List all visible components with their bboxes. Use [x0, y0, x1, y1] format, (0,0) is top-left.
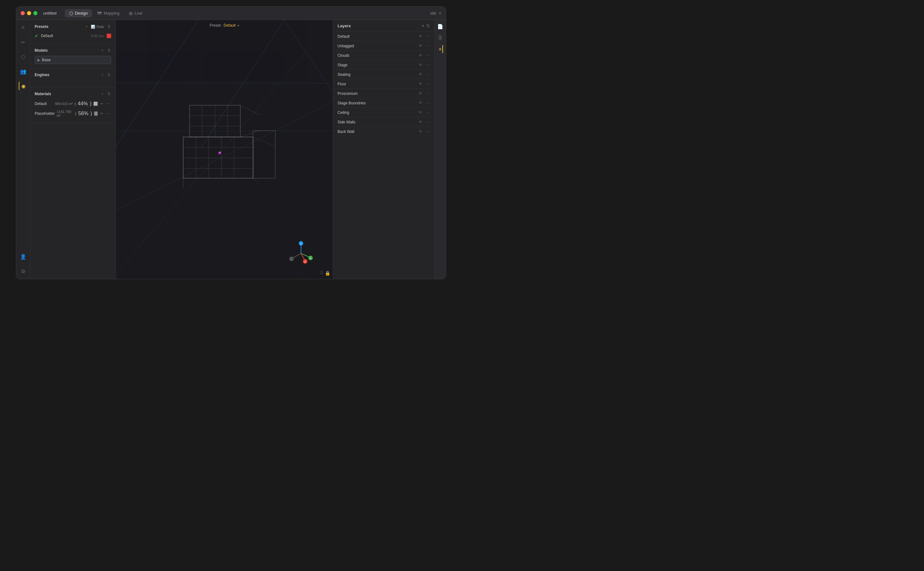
eye-icon[interactable]: 👁	[418, 82, 423, 86]
layer-more-button[interactable]: ⋯	[425, 100, 430, 105]
close-button[interactable]	[21, 11, 25, 15]
model-base-name: Base	[42, 58, 51, 62]
sidebar-icon-settings[interactable]: ⚙	[19, 267, 28, 276]
left-panel: Presets + 📊 Stats ⇅ ✔ Default 0.00 sec	[30, 20, 116, 279]
layer-more-button[interactable]: ⋯	[425, 43, 430, 48]
models-header: Models + ⇅	[35, 48, 111, 53]
engines-sort-button[interactable]: ⇅	[107, 72, 111, 78]
preset-dropdown-icon[interactable]: ▾	[237, 24, 239, 27]
eye-icon[interactable]: 👁	[418, 62, 423, 67]
layer-item-stage[interactable]: Stage 👁 ⋯	[333, 60, 434, 70]
stats-icon: 📊	[91, 25, 95, 29]
material-default-pct: (	[74, 102, 76, 106]
material-placeholder-area: 1141.760 m²	[57, 110, 73, 117]
eye-icon[interactable]: 👁	[418, 129, 423, 134]
presets-sort-button[interactable]: ⇅	[107, 24, 111, 29]
preset-default-name: Default	[41, 34, 88, 38]
layer-more-button[interactable]: ⋯	[425, 62, 430, 67]
svg-rect-14	[183, 137, 253, 178]
preset-dropdown[interactable]: Default	[224, 23, 235, 28]
layer-item-stage-boundries[interactable]: Stage Boundries 👁 ⋯	[333, 98, 434, 108]
material-placeholder-swatch[interactable]	[94, 111, 98, 116]
material-placeholder-edit-icon[interactable]: ✏	[100, 111, 104, 116]
layer-item-back-wall[interactable]: Back Wall 👁 ⋯	[333, 127, 434, 136]
material-placeholder-name: Placeholder	[35, 111, 55, 116]
tab-design[interactable]: ⬡ Design	[65, 9, 92, 17]
layer-more-button[interactable]: ⋯	[425, 91, 430, 96]
tab-live-label: Live	[135, 11, 142, 15]
materials-sort-button[interactable]: ⇅	[107, 91, 111, 97]
home-button[interactable]: ⌂	[320, 269, 323, 276]
layer-item-clouds[interactable]: Clouds 👁 ⋯	[333, 51, 434, 60]
eye-icon[interactable]: 👁	[418, 100, 423, 105]
models-add-button[interactable]: +	[101, 48, 104, 53]
list-icon[interactable]: ≡	[438, 45, 443, 53]
layer-item-seating[interactable]: Seating 👁 ⋯	[333, 70, 434, 79]
3d-model-svg	[170, 90, 279, 197]
titlebar: untitled ⬡ Design 🗺 Mapping ⊞ Live idle	[16, 7, 446, 20]
materials-add-button[interactable]: +	[101, 91, 104, 97]
layer-default-name: Default	[337, 34, 416, 39]
material-default-area: 900.615 m²	[55, 102, 73, 106]
layer-more-button[interactable]: ⋯	[425, 110, 430, 115]
layer-more-button[interactable]: ⋯	[425, 82, 430, 86]
models-sort-button[interactable]: ⇅	[107, 48, 111, 53]
layer-more-button[interactable]: ⋯	[425, 53, 430, 58]
svg-point-39	[289, 257, 294, 261]
layer-more-button[interactable]: ⋯	[425, 72, 430, 77]
stats-button[interactable]: 📊 Stats	[91, 25, 104, 29]
sidebar-icon-menu[interactable]: ≡	[19, 23, 28, 32]
svg-text:X: X	[304, 261, 306, 263]
live-icon: ⊞	[129, 11, 133, 16]
sidebar-icon-cube[interactable]: ⬡	[19, 52, 28, 61]
layer-item-side-walls[interactable]: Side Walls 👁 ⋯	[333, 117, 434, 127]
maximize-button[interactable]	[33, 11, 37, 15]
archive-icon[interactable]: 🗄	[436, 34, 444, 42]
layer-more-button[interactable]: ⋯	[425, 34, 430, 39]
eye-icon[interactable]: 👁	[418, 91, 423, 96]
engines-section: Engines + ⇅	[30, 68, 116, 87]
far-right-panel: 📄 🗄 ≡	[434, 20, 446, 279]
material-default-edit-icon[interactable]: ✏	[100, 101, 104, 106]
layer-item-floor[interactable]: Floor 👁 ⋯	[333, 79, 434, 89]
model-item-base[interactable]: ▶ Base	[35, 56, 111, 64]
tab-live[interactable]: ⊞ Live	[124, 9, 147, 17]
layers-add-button[interactable]: +	[422, 23, 424, 28]
eye-icon[interactable]: 👁	[418, 120, 423, 124]
material-placeholder-more-button[interactable]: ⋯	[106, 111, 111, 116]
viewport-lock-button[interactable]: 🔒	[325, 271, 330, 276]
eye-icon[interactable]: 👁	[418, 43, 423, 48]
layer-stage-boundries-name: Stage Boundries	[337, 101, 416, 105]
sidebar-icon-group[interactable]: 👥	[19, 67, 28, 76]
minimize-button[interactable]	[27, 11, 31, 15]
layers-sort-button[interactable]: ⇅	[426, 23, 430, 28]
axis-gizmo: Z Y X	[288, 241, 314, 266]
preset-item-default[interactable]: ✔ Default 0.00 sec	[35, 32, 111, 40]
eye-icon[interactable]: 👁	[418, 72, 423, 77]
sidebar-icon-signal[interactable]: ◉	[19, 82, 28, 90]
sidebar-icon-user[interactable]: 👤	[19, 252, 28, 261]
layer-seating-name: Seating	[337, 73, 416, 77]
materials-title: Materials	[35, 92, 51, 96]
stats-label: Stats	[96, 25, 104, 29]
document-icon[interactable]: 📄	[436, 23, 444, 31]
layer-item-proscenium[interactable]: Proscenium 👁 ⋯	[333, 89, 434, 98]
sidebar-icon-pencil[interactable]: ✏	[19, 38, 28, 46]
tab-mapping[interactable]: 🗺 Mapping	[93, 9, 124, 17]
presets-add-button[interactable]: +	[85, 24, 88, 29]
layer-more-button[interactable]: ⋯	[425, 129, 430, 134]
viewport[interactable]: Preset: Default ▾	[116, 20, 333, 279]
eye-icon[interactable]: 👁	[418, 53, 423, 58]
materials-actions: + ⇅	[101, 91, 111, 97]
layer-more-button[interactable]: ⋯	[425, 120, 430, 124]
material-default-swatch[interactable]	[93, 102, 98, 106]
presets-header: Presets + 📊 Stats ⇅	[35, 24, 111, 29]
engines-add-button[interactable]: +	[101, 72, 104, 78]
layer-item-default[interactable]: Default 👁 ⋯	[333, 32, 434, 41]
layer-item-untagged[interactable]: Untagged 👁 ⋯	[333, 41, 434, 51]
layer-item-ceiling[interactable]: Ceiling 👁 ⋯	[333, 108, 434, 117]
eye-icon[interactable]: 👁	[418, 34, 423, 39]
svg-rect-22	[253, 131, 275, 178]
eye-icon[interactable]: 👁	[418, 110, 423, 115]
material-default-more-button[interactable]: ⋯	[106, 101, 111, 106]
